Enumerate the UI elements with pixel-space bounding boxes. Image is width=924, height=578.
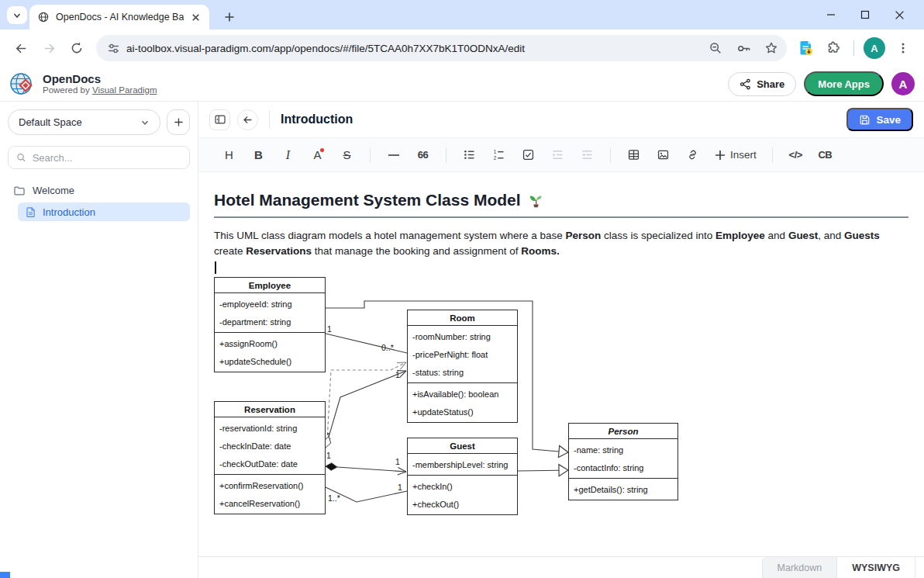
puzzle-icon xyxy=(827,41,842,56)
app-title: OpenDocs xyxy=(43,72,157,85)
document-topbar: Introduction Save xyxy=(198,102,924,138)
window-minimize-button[interactable] xyxy=(814,0,848,29)
uml-member: -reservationId: string xyxy=(215,419,325,437)
indent-button[interactable] xyxy=(544,144,571,167)
svg-text:1: 1 xyxy=(326,451,331,460)
space-selector[interactable]: Default Space xyxy=(8,109,160,135)
new-tab-button[interactable] xyxy=(220,8,239,26)
browser-titlebar: OpenDocs - AI Knowledge Base xyxy=(0,0,924,29)
image-button[interactable] xyxy=(650,144,677,167)
extensions-button[interactable] xyxy=(821,35,847,61)
image-icon xyxy=(657,148,670,161)
browser-profile-avatar[interactable]: A xyxy=(864,37,885,59)
uml-member: +checkOut() xyxy=(408,495,517,513)
bullet-list-button[interactable] xyxy=(456,144,483,167)
save-button[interactable]: Save xyxy=(846,108,913,131)
browser-tab[interactable]: OpenDocs - AI Knowledge Base xyxy=(29,5,209,29)
toolbar-separator xyxy=(446,147,446,163)
link-button[interactable] xyxy=(679,144,706,167)
uml-member: -department: string xyxy=(215,313,325,331)
insert-button[interactable]: Insert xyxy=(709,144,763,167)
sidebar-item-introduction[interactable]: Introduction xyxy=(18,202,190,221)
toggle-sidebar-button[interactable] xyxy=(209,109,230,130)
reload-button[interactable] xyxy=(64,35,90,61)
add-space-button[interactable] xyxy=(167,109,190,135)
uml-diagram[interactable]: 10..*11111..*1Employee-employeeId: strin… xyxy=(214,275,924,525)
search-icon xyxy=(16,152,26,163)
text-cursor xyxy=(215,261,216,274)
browser-navbar: ai-toolbox.visual-paradigm.com/app/opend… xyxy=(0,29,924,67)
search-box[interactable] xyxy=(8,146,190,169)
uml-class-name: Guest xyxy=(408,438,517,454)
numbered-list-button[interactable]: 12 xyxy=(485,144,512,167)
uml-member: -pricePerNight: float xyxy=(408,345,517,363)
tab-wysiwyg[interactable]: WYSIWYG xyxy=(836,557,915,578)
outdent-button[interactable] xyxy=(574,144,601,167)
uml-member: -membershipLevel: string xyxy=(408,455,517,473)
doc-back-button[interactable] xyxy=(237,109,258,130)
tab-search-button[interactable] xyxy=(7,6,27,24)
window-maximize-button[interactable] xyxy=(848,0,882,29)
strikethrough-button[interactable]: S xyxy=(333,144,360,167)
plus-icon xyxy=(174,117,184,127)
uml-class-room: Room-roomNumber: string-pricePerNight: f… xyxy=(407,310,518,423)
search-input[interactable] xyxy=(33,152,181,164)
share-button[interactable]: Share xyxy=(728,72,796,96)
uml-attributes: -membershipLevel: string xyxy=(408,454,517,476)
back-arrow-icon xyxy=(14,41,29,56)
uml-attributes: -reservationId: string-checkInDate: date… xyxy=(215,417,325,475)
uml-methods: +isAvailable(): boolean+updateStatus() xyxy=(408,383,517,422)
chevron-down-icon xyxy=(140,118,150,127)
table-icon xyxy=(627,148,640,161)
checklist-button[interactable] xyxy=(515,144,542,167)
sidebar: Default Space Welcome Introduction xyxy=(0,102,198,578)
font-color-button[interactable]: A xyxy=(304,144,331,167)
seedling-emoji-icon xyxy=(528,192,544,209)
indent-icon xyxy=(551,148,564,161)
browser-menu-button[interactable] xyxy=(890,35,916,61)
outdent-icon xyxy=(581,148,594,161)
plus-icon xyxy=(715,150,726,161)
sidebar-panel-icon xyxy=(214,113,226,126)
tab-favicon-globe-icon xyxy=(37,11,50,23)
save-label: Save xyxy=(876,114,901,126)
passwords-button[interactable] xyxy=(733,37,754,59)
zoom-out-button[interactable] xyxy=(705,37,726,59)
user-avatar[interactable]: A xyxy=(891,72,915,95)
more-apps-button[interactable]: More Apps xyxy=(804,71,884,96)
uml-attributes: -roomNumber: string-pricePerNight: float… xyxy=(408,326,517,383)
svg-text:2: 2 xyxy=(494,155,497,161)
inline-code-button[interactable]: </> xyxy=(782,144,809,167)
uml-member: -status: string xyxy=(408,363,517,381)
uml-methods: +confirmReservation()+cancelReservation(… xyxy=(215,475,325,514)
uml-member: +checkIn() xyxy=(408,477,517,495)
forward-button[interactable] xyxy=(36,35,62,61)
table-button[interactable] xyxy=(620,144,647,167)
sidebar-item-welcome[interactable]: Welcome xyxy=(8,181,190,200)
uml-member: +updateStatus() xyxy=(408,403,517,421)
tab-close-icon[interactable] xyxy=(190,12,202,23)
bold-button[interactable]: B xyxy=(245,144,272,167)
visual-paradigm-link[interactable]: Visual Paradigm xyxy=(92,85,157,95)
sidebar-item-label: Introduction xyxy=(43,206,95,218)
plus-icon xyxy=(224,12,235,22)
heading-button[interactable]: H xyxy=(215,144,243,167)
italic-button[interactable]: I xyxy=(274,144,302,167)
url-bar[interactable]: ai-toolbox.visual-paradigm.com/app/opend… xyxy=(96,35,787,61)
url-text[interactable]: ai-toolbox.visual-paradigm.com/app/opend… xyxy=(126,43,698,54)
document-tree: Welcome Introduction xyxy=(8,181,190,221)
blockquote-button[interactable]: 66 xyxy=(409,144,436,167)
window-close-button[interactable] xyxy=(882,0,916,29)
docs-extension-button[interactable] xyxy=(793,35,819,61)
code-block-button[interactable]: CB xyxy=(812,144,839,167)
tab-markdown[interactable]: Markdown xyxy=(762,557,837,578)
color-dot xyxy=(320,148,324,152)
share-label: Share xyxy=(757,78,784,90)
horizontal-rule-button[interactable] xyxy=(380,144,407,167)
back-button[interactable] xyxy=(8,35,34,61)
svg-text:1: 1 xyxy=(398,483,402,492)
forward-arrow-icon xyxy=(42,41,57,56)
bookmark-button[interactable] xyxy=(760,37,782,59)
svg-text:0..*: 0..* xyxy=(381,343,394,352)
document-content[interactable]: Hotel Management System Class Model This… xyxy=(198,172,924,556)
